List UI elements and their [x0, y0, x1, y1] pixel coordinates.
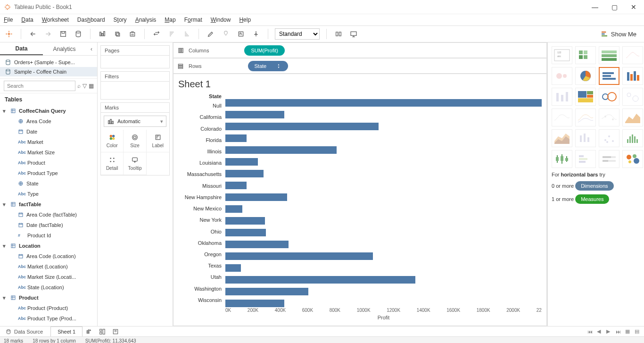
- new-datasource-button[interactable]: [73, 29, 83, 39]
- datasource-item[interactable]: Orders+ (Sample - Supe...: [0, 58, 97, 67]
- showme-thumb[interactable]: [622, 67, 643, 85]
- field-group[interactable]: ▾Product: [0, 293, 97, 303]
- show-filmstrip-icon[interactable]: ▦: [625, 328, 635, 335]
- duplicate-button[interactable]: [112, 29, 123, 39]
- showme-thumb[interactable]: [622, 46, 643, 64]
- prev-sheet-icon[interactable]: ◀: [597, 328, 606, 335]
- menu-worksheet[interactable]: Worksheet: [42, 17, 69, 23]
- showme-thumb[interactable]: [599, 129, 619, 147]
- label-shelf[interactable]: Label: [147, 130, 169, 152]
- menu-dashboard[interactable]: Dashboard: [77, 17, 105, 23]
- field-item[interactable]: AbcType: [0, 189, 97, 199]
- field-item[interactable]: AbcState (Location): [0, 282, 97, 293]
- maximize-button[interactable]: ▢: [611, 3, 618, 11]
- field-item[interactable]: AbcMarket (Location): [0, 261, 97, 272]
- field-item[interactable]: AbcProduct (Product): [0, 303, 97, 313]
- close-button[interactable]: ✕: [631, 3, 636, 11]
- field-item[interactable]: AbcProduct Type: [0, 168, 97, 178]
- showme-thumb[interactable]: [575, 129, 596, 147]
- presentation-button[interactable]: [348, 29, 359, 39]
- collapse-pane-button[interactable]: ‹: [86, 42, 97, 55]
- columns-pill[interactable]: SUM(Profit): [244, 45, 284, 56]
- showme-thumb[interactable]: [552, 88, 572, 106]
- bar[interactable]: [225, 146, 337, 154]
- rows-shelf[interactable]: Rows State: [173, 58, 547, 74]
- size-shelf[interactable]: Size: [124, 130, 146, 152]
- showme-thumb[interactable]: [575, 109, 596, 126]
- bar[interactable]: [225, 264, 241, 272]
- field-group[interactable]: ▾CoffeeChain Query: [0, 106, 97, 116]
- showme-thumb[interactable]: [622, 109, 643, 126]
- field-item[interactable]: AbcMarket Size: [0, 147, 97, 158]
- new-story-tab[interactable]: [109, 328, 122, 335]
- field-item[interactable]: Area Code (Location): [0, 251, 97, 261]
- showme-thumb[interactable]: [575, 88, 596, 106]
- field-item[interactable]: Date (factTable): [0, 220, 97, 230]
- datasource-tab[interactable]: Data Source: [0, 326, 49, 336]
- showme-thumb[interactable]: [599, 150, 619, 168]
- tooltip-shelf[interactable]: Tooltip: [124, 152, 146, 175]
- field-item[interactable]: Area Code (factTable): [0, 209, 97, 220]
- field-item[interactable]: AbcProduct: [0, 158, 97, 168]
- showme-thumb[interactable]: [575, 150, 596, 168]
- fit-dropdown[interactable]: Standard: [275, 28, 320, 40]
- field-item[interactable]: AbcMarket: [0, 137, 97, 147]
- showme-thumb[interactable]: [552, 109, 572, 126]
- group-button[interactable]: [221, 29, 231, 39]
- label-button[interactable]: [236, 29, 246, 39]
- menu-help[interactable]: Help: [239, 17, 251, 23]
- menu-data[interactable]: Data: [21, 17, 33, 23]
- showme-thumb[interactable]: [552, 129, 572, 147]
- undo-button[interactable]: [28, 29, 38, 39]
- pages-card[interactable]: Pages: [100, 45, 170, 68]
- bar[interactable]: [225, 134, 247, 142]
- first-sheet-icon[interactable]: ⏮: [587, 329, 597, 335]
- datasource-item[interactable]: Sample - Coffee Chain: [0, 67, 97, 76]
- field-item[interactable]: State: [0, 178, 97, 189]
- clear-sheet-button[interactable]: [127, 29, 138, 39]
- bar[interactable]: [225, 111, 284, 118]
- next-sheet-icon[interactable]: ▶: [606, 328, 616, 335]
- redo-button[interactable]: [43, 29, 53, 39]
- showme-thumb[interactable]: [599, 88, 619, 106]
- bar[interactable]: [225, 182, 247, 189]
- menu-story[interactable]: Story: [114, 17, 127, 23]
- swap-button[interactable]: [151, 29, 162, 39]
- pin-button[interactable]: [251, 29, 261, 39]
- field-item[interactable]: Date: [0, 126, 97, 137]
- bar[interactable]: [225, 252, 373, 260]
- bar[interactable]: [225, 158, 258, 166]
- menu-analysis[interactable]: Analysis: [135, 17, 157, 23]
- showme-thumb[interactable]: [622, 150, 643, 168]
- save-button[interactable]: [58, 29, 68, 39]
- columns-shelf[interactable]: Columns SUM(Profit): [173, 42, 547, 58]
- minimize-button[interactable]: —: [592, 3, 598, 11]
- showme-thumb[interactable]: [599, 109, 619, 126]
- field-item[interactable]: AbcMarket Size (Locati...: [0, 272, 97, 282]
- showme-thumb[interactable]: [599, 67, 619, 85]
- field-item[interactable]: #Product Id: [0, 230, 97, 241]
- bar[interactable]: [225, 217, 265, 225]
- view-icon[interactable]: ▦: [89, 83, 94, 89]
- rows-pill[interactable]: State: [248, 61, 289, 71]
- new-sheet-button[interactable]: [97, 29, 107, 39]
- show-me-button[interactable]: Show Me: [597, 30, 640, 38]
- showme-thumb[interactable]: [575, 46, 596, 64]
- filters-card[interactable]: Filters: [100, 71, 170, 100]
- bar[interactable]: [225, 288, 308, 295]
- tab-analytics[interactable]: Analytics: [43, 42, 86, 55]
- tableau-icon[interactable]: [4, 29, 14, 39]
- field-group[interactable]: ▾factTable: [0, 199, 97, 209]
- menu-format[interactable]: Format: [184, 17, 202, 23]
- bar[interactable]: [225, 99, 542, 107]
- field-group[interactable]: ▾Location: [0, 241, 97, 251]
- mark-type-dropdown[interactable]: Automatic ▾: [104, 116, 166, 127]
- showme-thumb[interactable]: [622, 129, 643, 147]
- bar[interactable]: [225, 193, 287, 201]
- new-worksheet-tab[interactable]: [83, 328, 96, 335]
- sort-desc-button[interactable]: [182, 29, 192, 39]
- color-shelf[interactable]: Color: [101, 130, 124, 152]
- field-item[interactable]: AbcProduct Type (Prod...: [0, 313, 97, 324]
- bar[interactable]: [225, 205, 242, 213]
- bar[interactable]: [225, 241, 289, 248]
